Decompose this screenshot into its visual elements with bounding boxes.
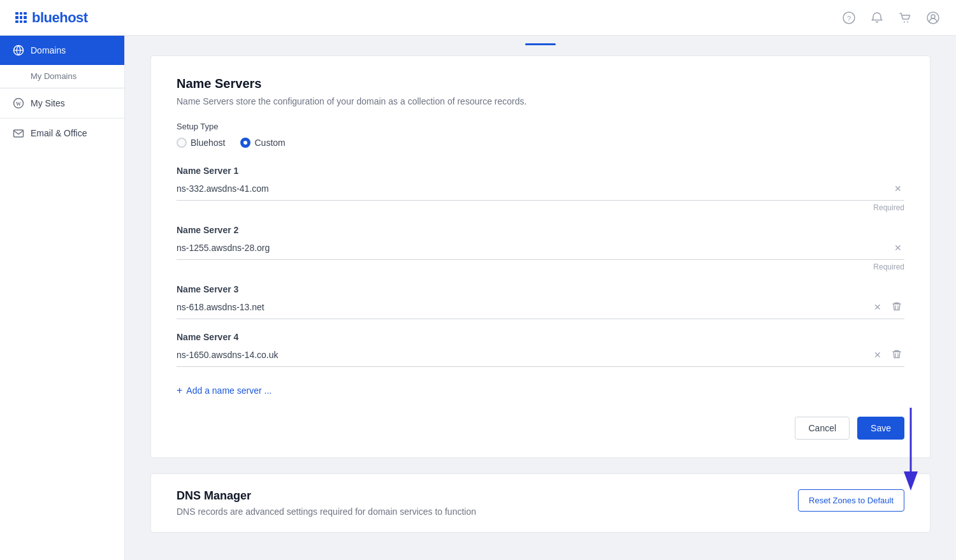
ns4-delete-button[interactable]: [889, 348, 904, 362]
reset-zones-button[interactable]: Reset Zones to Default: [798, 489, 904, 512]
radio-custom[interactable]: Custom: [240, 138, 285, 148]
domains-icon: [13, 45, 24, 56]
sidebar-email-label: Email & Office: [31, 128, 87, 138]
ns2-clear-button[interactable]: ✕: [892, 242, 904, 254]
radio-custom-circle: [240, 138, 250, 148]
svg-point-5: [931, 15, 935, 18]
ns1-label: Name Server 1: [177, 166, 904, 176]
sidebar-my-sites-label: My Sites: [31, 98, 65, 108]
dns-manager-title: DNS Manager: [177, 489, 783, 503]
ns1-clear-button[interactable]: ✕: [892, 183, 904, 194]
dns-card-content: DNS Manager DNS records are advanced set…: [177, 489, 783, 517]
ns2-label: Name Server 2: [177, 225, 904, 235]
ns4-input-row: ✕: [177, 347, 904, 367]
my-domains-label: My Domains: [31, 71, 76, 81]
wordpress-icon: W: [13, 97, 24, 109]
sidebar-item-my-sites[interactable]: W My Sites: [0, 89, 124, 118]
logo-grid-icon: [15, 12, 27, 24]
user-icon[interactable]: [925, 10, 941, 25]
ns4-input[interactable]: [177, 347, 866, 363]
logo-text: bluehost: [32, 10, 88, 26]
cart-icon[interactable]: [897, 10, 913, 25]
header-icons: ?: [841, 10, 941, 25]
ns2-input-row: ✕: [177, 240, 904, 260]
save-button[interactable]: Save: [857, 417, 904, 440]
ns1-input[interactable]: [177, 181, 887, 196]
ns-section-1: Name Server 1 ✕ Required: [177, 166, 904, 212]
add-ns-plus-icon: +: [177, 385, 182, 396]
logo: bluehost: [15, 10, 88, 26]
ns3-delete-button[interactable]: [889, 300, 904, 314]
ns-section-3: Name Server 3 ✕: [177, 284, 904, 319]
ns3-input[interactable]: [177, 299, 866, 315]
add-ns-button[interactable]: + Add a name server ...: [177, 380, 272, 401]
indicator-line: [525, 43, 556, 45]
ns2-required-text: Required: [177, 262, 904, 271]
dns-manager-card: DNS Manager DNS records are advanced set…: [150, 473, 931, 533]
ns3-clear-button[interactable]: ✕: [871, 301, 884, 313]
setup-type-radios: Bluehost Custom: [177, 138, 904, 148]
help-icon[interactable]: ?: [841, 10, 857, 25]
sidebar-domains-label: Domains: [31, 45, 66, 55]
envelope-icon: [13, 127, 24, 139]
ns2-input[interactable]: [177, 240, 887, 255]
bell-icon[interactable]: [869, 10, 885, 25]
cancel-button[interactable]: Cancel: [795, 417, 850, 440]
add-ns-label: Add a name server ...: [186, 385, 272, 396]
radio-bluehost[interactable]: Bluehost: [177, 138, 225, 148]
radio-bluehost-circle: [177, 138, 187, 148]
ns3-label: Name Server 3: [177, 284, 904, 294]
card-desc: Name Servers store the configuration of …: [177, 96, 904, 106]
radio-custom-label: Custom: [254, 138, 285, 148]
setup-type-label: Setup Type: [177, 122, 904, 131]
top-indicator: [150, 36, 931, 45]
svg-point-3: [907, 21, 908, 22]
sidebar: Domains My Domains W My Sites: [0, 36, 125, 560]
svg-text:?: ?: [847, 14, 851, 22]
sidebar-item-my-domains[interactable]: My Domains: [0, 65, 124, 88]
svg-text:W: W: [16, 101, 21, 107]
content-area: Name Servers Name Servers store the conf…: [125, 36, 956, 560]
name-servers-card: Name Servers Name Servers store the conf…: [150, 55, 931, 458]
svg-rect-9: [14, 130, 24, 137]
ns-section-4: Name Server 4 ✕: [177, 332, 904, 367]
main-layout: Domains My Domains W My Sites: [0, 36, 956, 560]
ns1-required-text: Required: [177, 203, 904, 212]
ns4-label: Name Server 4: [177, 332, 904, 342]
action-row: Cancel Save: [177, 417, 904, 440]
ns3-input-row: ✕: [177, 299, 904, 319]
sidebar-item-domains[interactable]: Domains: [0, 36, 124, 65]
sidebar-item-email-office[interactable]: Email & Office: [0, 118, 124, 148]
ns-section-2: Name Server 2 ✕ Required: [177, 225, 904, 271]
svg-point-2: [904, 21, 905, 22]
ns1-input-row: ✕: [177, 181, 904, 201]
ns4-clear-button[interactable]: ✕: [871, 349, 884, 361]
header: bluehost ?: [0, 0, 956, 36]
radio-bluehost-label: Bluehost: [191, 138, 225, 148]
card-title: Name Servers: [177, 76, 904, 91]
dns-manager-desc: DNS records are advanced settings requir…: [177, 506, 783, 517]
